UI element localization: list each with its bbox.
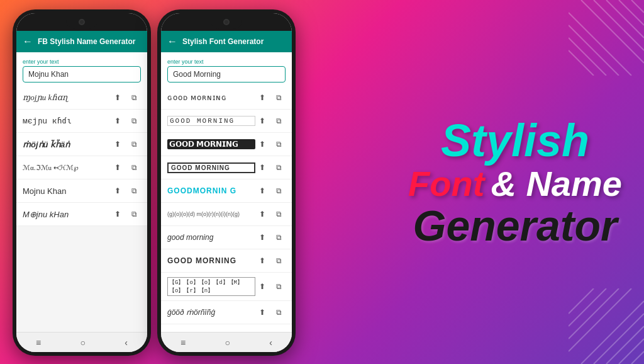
font-actions: ⬆ ⧉	[255, 305, 286, 319]
list-item: ɢᴏᴏᴅ ᴍᴏʀɴɪɴɢ ⬆ ⧉	[161, 86, 292, 110]
font-text: GOOD MORNING	[167, 116, 255, 126]
phone2-bottom-nav: ≡ ○ ‹	[161, 332, 292, 352]
list-item: GOOD MORNING ⬆ ⧉	[161, 249, 292, 273]
font-actions: ⬆ ⧉	[255, 161, 286, 174]
font-actions: ⬆ ⧉	[255, 207, 286, 221]
list-item: ġööð ṁörñïñġ ⬆ ⧉	[161, 301, 292, 324]
share-button[interactable]: ⬆	[255, 280, 269, 293]
svg-line-8	[569, 50, 594, 76]
menu-button[interactable]: ≡	[36, 338, 41, 348]
font-text: ġööð ṁörñïñġ	[167, 308, 255, 317]
phone2-camera-dot	[223, 19, 230, 25]
phone2-top	[161, 13, 292, 31]
menu-button[interactable]: ≡	[180, 338, 186, 348]
list-item: GOODMORNIN G ⬆ ⧉	[161, 179, 292, 203]
copy-button[interactable]: ⧉	[272, 207, 286, 221]
svg-line-6	[569, 25, 619, 76]
list-item: 【G】【o】【o】【d】【M】【o】【r】【n】 ⬆ ⧉	[161, 273, 292, 301]
list-item: Mojnu Khan ⬆ ⧉	[16, 179, 147, 203]
font-text: Mojnu Khan	[23, 186, 111, 196]
copy-button[interactable]: ⧉	[272, 91, 286, 105]
font-actions: ⬆ ⧉	[255, 280, 286, 293]
copy-button[interactable]: ⧉	[127, 91, 141, 105]
copy-button[interactable]: ⧉	[127, 161, 141, 174]
share-button[interactable]: ⬆	[111, 91, 125, 105]
back-button[interactable]: ‹	[125, 338, 128, 348]
share-button[interactable]: ⬆	[255, 254, 269, 268]
font-text: ℳα.ℑℳu ↢ℋℳ℘	[23, 164, 111, 172]
list-item: M⊕jnu kHan ⬆ ⧉	[16, 203, 147, 226]
copy-button[interactable]: ⧉	[127, 114, 141, 128]
share-button[interactable]: ⬆	[255, 161, 269, 174]
copy-button[interactable]: ⧉	[127, 207, 141, 221]
phone1-text-input[interactable]	[23, 66, 141, 82]
list-item: ℳα.ℑℳu ↢ℋℳ℘ ⬆ ⧉	[16, 156, 147, 179]
svg-line-4	[581, 0, 644, 63]
font-actions: ⬆ ⧉	[255, 184, 286, 198]
share-button[interactable]: ⬆	[111, 207, 125, 221]
font-text: GOOD MORNING	[167, 162, 255, 173]
title-stylish: Stylish	[405, 118, 625, 163]
back-button[interactable]: ‹	[269, 338, 272, 348]
font-actions: ⬆ ⧉	[111, 207, 141, 221]
home-button[interactable]: ○	[80, 338, 86, 348]
copy-button[interactable]: ⧉	[272, 114, 286, 128]
share-button[interactable]: ⬆	[255, 184, 269, 198]
font-actions: ⬆ ⧉	[255, 114, 286, 128]
phone2-back-icon[interactable]: ←	[167, 36, 177, 47]
copy-button[interactable]: ⧉	[272, 230, 286, 244]
phone1-header-title: FB Stylish Name Generator	[38, 37, 135, 46]
svg-line-14	[569, 288, 631, 351]
svg-line-5	[569, 13, 631, 76]
font-text: GOOD MORNING	[167, 256, 255, 265]
phone1-input-label: enter your text	[23, 59, 141, 65]
svg-line-2	[594, 0, 644, 50]
copy-button[interactable]: ⧉	[272, 305, 286, 319]
svg-line-11	[594, 314, 644, 364]
phone1-back-icon[interactable]: ←	[23, 36, 33, 47]
font-text: GOODMORNIN G	[167, 186, 255, 195]
share-button[interactable]: ⬆	[255, 91, 269, 105]
svg-line-3	[631, 0, 644, 13]
font-actions: ⬆ ⧉	[255, 254, 286, 268]
copy-button[interactable]: ⧉	[272, 280, 286, 293]
share-button[interactable]: ⬆	[255, 305, 269, 319]
copy-button[interactable]: ⧉	[272, 137, 286, 151]
phone2-input-area: enter your text	[161, 52, 292, 86]
font-text: good morning	[167, 233, 255, 242]
home-button[interactable]: ○	[225, 338, 230, 348]
share-button[interactable]: ⬆	[111, 184, 125, 198]
copy-button[interactable]: ⧉	[272, 184, 286, 198]
share-button[interactable]: ⬆	[255, 137, 269, 151]
copy-button[interactable]: ⧉	[127, 137, 141, 151]
share-button[interactable]: ⬆	[111, 161, 125, 174]
phone2-input-label: enter your text	[167, 59, 286, 65]
copy-button[interactable]: ⧉	[272, 254, 286, 268]
phone2-header-title: Stylish Font Generator	[182, 37, 264, 46]
phone2-text-input[interactable]	[167, 66, 286, 82]
svg-line-10	[619, 339, 644, 364]
font-text: мєjɲu кɦɗɩ	[23, 116, 111, 126]
phone2-camera	[211, 15, 242, 29]
font-text: 𝗚𝗢𝗢𝗗 𝗠𝗢𝗥𝗡𝗜𝗡𝗚	[167, 139, 255, 149]
list-item: ᵹᵹᵹᵹ ṁöṙñïñᵹ ⬆ ⧉	[161, 324, 292, 332]
share-button[interactable]: ⬆	[111, 137, 125, 151]
font-actions: ⬆ ⧉	[255, 137, 286, 151]
font-text: ɢᴏᴏᴅ ᴍᴏʀɴɪɴɢ	[167, 93, 255, 102]
share-button[interactable]: ⬆	[255, 207, 269, 221]
font-text: M⊕jnu kHan	[23, 210, 111, 219]
list-item: good morning ⬆ ⧉	[161, 226, 292, 249]
copy-button[interactable]: ⧉	[127, 184, 141, 198]
list-item: ṁöjṅü k̈ḧäṅ ⬆ ⧉	[16, 133, 147, 156]
list-item: (g)(o)(o)(d) m(o)(r)(n)(i)(n)(g) ⬆ ⧉	[161, 203, 292, 226]
share-button[interactable]: ⬆	[255, 114, 269, 128]
share-button[interactable]: ⬆	[255, 230, 269, 244]
phone-2: ← Stylish Font Generator enter your text…	[157, 9, 296, 356]
copy-button[interactable]: ⧉	[272, 161, 286, 174]
font-actions: ⬆ ⧉	[255, 230, 286, 244]
share-button[interactable]: ⬆	[111, 114, 125, 128]
list-item: мєjɲu кɦɗɩ ⬆ ⧉	[16, 110, 147, 133]
font-actions: ⬆ ⧉	[111, 161, 141, 174]
font-actions: ⬆ ⧉	[111, 91, 141, 105]
svg-line-12	[631, 351, 644, 364]
